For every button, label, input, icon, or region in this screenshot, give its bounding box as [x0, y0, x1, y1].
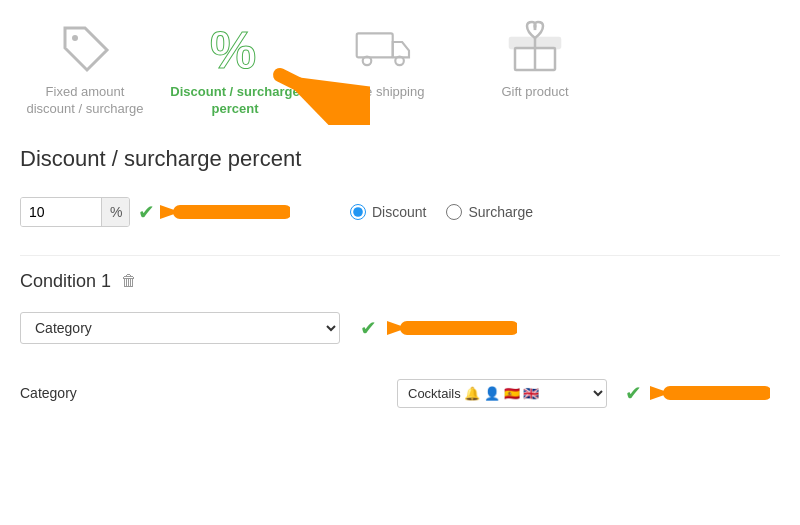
cocktails-check-icon: ✔ — [625, 381, 642, 405]
surcharge-radio-label: Surcharge — [468, 204, 533, 220]
section-title: Discount / surcharge percent — [20, 146, 780, 172]
radio-surcharge[interactable]: Surcharge — [446, 204, 533, 220]
icon-bar: Fixed amount discount / surcharge % Disc… — [0, 0, 800, 136]
percent-input-row: % ✔ Discount Surcharge — [20, 190, 780, 235]
arrow-to-category-check — [387, 306, 517, 351]
svg-rect-2 — [357, 33, 393, 57]
divider — [20, 255, 780, 256]
tag-icon — [55, 18, 115, 78]
percent-symbol: % — [101, 198, 130, 226]
surcharge-radio[interactable] — [446, 204, 462, 220]
arrow-to-check — [160, 190, 290, 235]
gift-product-label: Gift product — [501, 84, 568, 101]
percent-input[interactable] — [21, 198, 101, 226]
icon-option-gift-product[interactable]: Gift product — [460, 10, 610, 109]
radio-group: Discount Surcharge — [350, 204, 573, 220]
percent-check-icon: ✔ — [138, 200, 155, 224]
arrow-to-cocktails-check — [650, 371, 770, 416]
trash-icon[interactable]: 🗑 — [121, 272, 137, 290]
svg-point-0 — [72, 35, 78, 41]
cocktails-select[interactable]: Cocktails 🔔 👤 🇪🇸 🇬🇧 — [397, 379, 607, 408]
discount-radio[interactable] — [350, 204, 366, 220]
select-row: Category Product Order total ✔ — [20, 306, 780, 351]
category-value-row: Category Cocktails 🔔 👤 🇪🇸 🇬🇧 ✔ — [20, 371, 780, 416]
percent-input-group[interactable]: % — [20, 197, 130, 227]
condition-title: Condition 1 — [20, 271, 111, 292]
category-check-icon: ✔ — [360, 316, 377, 340]
radio-discount[interactable]: Discount — [350, 204, 426, 220]
fixed-amount-label: Fixed amount discount / surcharge — [20, 84, 150, 118]
category-select-group: Cocktails 🔔 👤 🇪🇸 🇬🇧 ✔ — [397, 371, 780, 416]
category-label: Category — [20, 385, 120, 401]
main-content: Discount / surcharge percent % ✔ Discoun… — [0, 136, 800, 426]
icon-option-fixed-amount[interactable]: Fixed amount discount / surcharge — [10, 10, 160, 126]
discount-radio-label: Discount — [372, 204, 426, 220]
arrow-to-icon — [250, 55, 370, 128]
condition-row: Condition 1 🗑 — [20, 271, 780, 292]
gift-icon — [505, 18, 565, 78]
category-dropdown[interactable]: Category Product Order total — [20, 312, 340, 344]
